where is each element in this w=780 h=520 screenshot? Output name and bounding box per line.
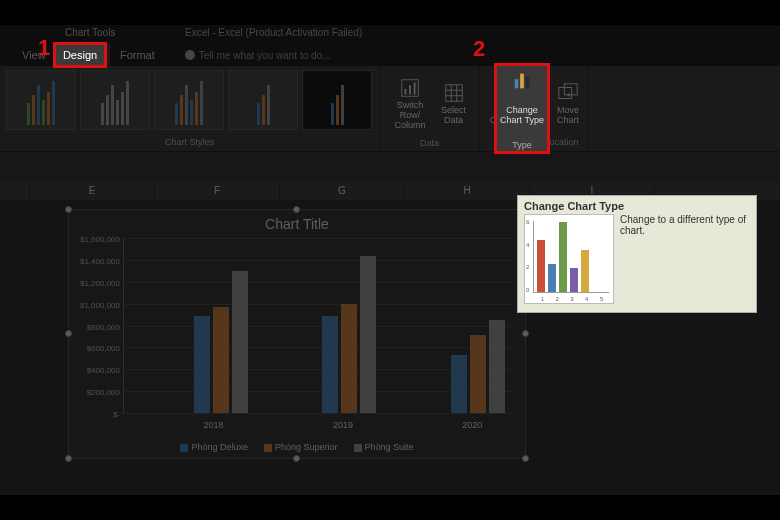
resize-handle[interactable]: [293, 455, 300, 462]
bar-cluster: [451, 320, 505, 413]
change-chart-type-tooltip: Change Chart Type 6420 12345 Change to a…: [517, 195, 757, 313]
legend-item[interactable]: Phòng Deluxe: [180, 442, 248, 452]
ribbon-tabs: View Design Format Tell me what you want…: [0, 44, 780, 66]
chart-bar[interactable]: [232, 271, 248, 413]
chart-bar[interactable]: [322, 316, 338, 413]
embedded-chart[interactable]: Chart Title $1,600,000$1,400,000$1,200,0…: [68, 209, 526, 459]
chart-bar[interactable]: [360, 256, 376, 413]
chart-style-thumb[interactable]: [80, 70, 150, 130]
legend-swatch: [264, 444, 272, 452]
mini-x-tick: 4: [585, 296, 588, 302]
grid-line: $1,600,000: [124, 238, 513, 239]
mini-x-tick: 3: [570, 296, 573, 302]
resize-handle[interactable]: [522, 455, 529, 462]
change-chart-type-spotlight[interactable]: Change Chart Type Type: [497, 66, 547, 152]
mini-bar: [559, 222, 567, 292]
bar-cluster: [194, 271, 248, 413]
select-data-label: Select Data: [441, 106, 466, 126]
switch-row-column-icon: [399, 77, 421, 99]
switch-row-column-button[interactable]: Switch Row/ Column: [386, 70, 434, 138]
chart-tools-label: Chart Tools: [65, 27, 115, 38]
x-tick-label: 2020: [442, 420, 502, 430]
switch-row-column-label: Switch Row/ Column: [386, 101, 434, 131]
legend-item[interactable]: Phòng Suite: [354, 442, 414, 452]
bar-cluster: [322, 256, 376, 413]
mini-bar: [570, 268, 578, 292]
y-tick-label: $-: [113, 410, 120, 419]
svg-rect-11: [515, 79, 519, 88]
mini-bar: [548, 264, 556, 292]
y-tick-label: $1,600,000: [80, 235, 120, 244]
chart-legend[interactable]: Phòng DeluxePhòng SuperiorPhòng Suite: [69, 442, 525, 452]
mini-x-tick: 2: [556, 296, 559, 302]
chart-bar[interactable]: [489, 320, 505, 413]
chart-bar[interactable]: [470, 335, 486, 413]
col-header[interactable]: H: [405, 182, 530, 200]
plot-area[interactable]: $1,600,000$1,400,000$1,200,000$1,000,000…: [123, 238, 513, 414]
chart-style-thumb[interactable]: [154, 70, 224, 130]
chart-bar[interactable]: [451, 355, 467, 413]
group-chart-styles: Chart Styles: [0, 66, 380, 151]
svg-rect-13: [526, 76, 530, 88]
y-tick-label: $1,200,000: [80, 278, 120, 287]
tooltip-title: Change Chart Type: [524, 200, 750, 212]
group-label-location: Location: [542, 137, 581, 149]
select-data-button[interactable]: Select Data: [434, 70, 473, 138]
x-tick-label: 2018: [184, 420, 244, 430]
window-title: Excel - Excel (Product Activation Failed…: [185, 27, 362, 38]
y-tick-label: $200,000: [87, 388, 120, 397]
y-tick-label: $1,000,000: [80, 300, 120, 309]
resize-handle[interactable]: [65, 455, 72, 462]
mini-bar: [581, 250, 589, 292]
y-tick-label: $600,000: [87, 344, 120, 353]
chart-bar[interactable]: [194, 316, 210, 413]
mini-y-tick: 2: [526, 264, 529, 270]
legend-item[interactable]: Phòng Superior: [264, 442, 338, 452]
excel-window: Chart Tools Excel - Excel (Product Activ…: [0, 25, 780, 495]
legend-swatch: [354, 444, 362, 452]
svg-rect-1: [445, 85, 462, 102]
move-chart-label: Move Chart: [557, 106, 579, 126]
group-label-data: Data: [386, 138, 473, 150]
resize-handle[interactable]: [522, 330, 529, 337]
mini-bar: [537, 240, 545, 292]
col-header[interactable]: G: [280, 182, 405, 200]
resize-handle[interactable]: [293, 206, 300, 213]
col-header[interactable]: F: [155, 182, 280, 200]
chart-bar[interactable]: [341, 304, 357, 413]
y-tick-label: $800,000: [87, 322, 120, 331]
legend-swatch: [180, 444, 188, 452]
svg-rect-10: [564, 83, 577, 94]
callout-number-1: 1: [38, 35, 50, 61]
chart-bar[interactable]: [213, 307, 229, 413]
lightbulb-icon: [185, 50, 195, 60]
tooltip-desc: Change to a different type of chart.: [620, 214, 750, 304]
svg-rect-9: [559, 87, 572, 98]
tell-me-search[interactable]: Tell me what you want to do...: [185, 50, 331, 61]
tab-design-spotlight[interactable]: Design: [55, 44, 105, 66]
grid-line: $1,400,000: [124, 260, 513, 261]
tooltip-thumbnail: 6420 12345: [524, 214, 614, 304]
mini-y-tick: 6: [526, 219, 529, 225]
chart-title[interactable]: Chart Title: [69, 210, 525, 238]
resize-handle[interactable]: [65, 206, 72, 213]
ribbon: Chart Styles Switch Row/ Column Selec: [0, 66, 780, 152]
tab-format[interactable]: Format: [110, 44, 165, 66]
chart-styles-gallery[interactable]: [6, 70, 373, 130]
resize-handle[interactable]: [65, 330, 72, 337]
select-data-icon: [443, 82, 465, 104]
mini-y-tick: 4: [526, 242, 529, 248]
y-tick-label: $400,000: [87, 366, 120, 375]
chart-style-thumb[interactable]: [302, 70, 372, 130]
callout-number-2: 2: [473, 36, 485, 62]
move-chart-button[interactable]: Move Chart: [542, 70, 594, 137]
x-tick-label: 2019: [313, 420, 373, 430]
chart-style-thumb[interactable]: [228, 70, 298, 130]
grid-line: $1,000,000: [124, 304, 513, 305]
titlebar: Chart Tools Excel - Excel (Product Activ…: [0, 25, 780, 44]
col-header[interactable]: E: [30, 182, 155, 200]
chart-style-thumb[interactable]: [6, 70, 76, 130]
svg-rect-12: [520, 74, 524, 89]
y-tick-label: $1,400,000: [80, 256, 120, 265]
grid-line: $1,200,000: [124, 282, 513, 283]
